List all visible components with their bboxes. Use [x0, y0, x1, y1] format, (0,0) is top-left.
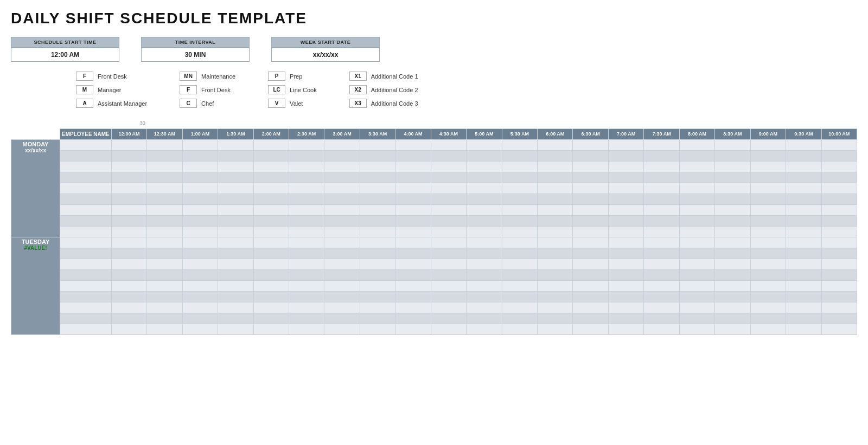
schedule-cell[interactable] [538, 259, 573, 269]
schedule-cell[interactable] [538, 237, 573, 248]
schedule-cell[interactable] [715, 215, 750, 226]
schedule-cell[interactable] [289, 139, 324, 150]
schedule-cell[interactable] [573, 313, 608, 324]
schedule-cell[interactable] [431, 150, 466, 161]
schedule-cell[interactable] [715, 183, 750, 194]
schedule-cell[interactable] [821, 291, 857, 302]
schedule-cell[interactable] [182, 183, 218, 194]
schedule-cell[interactable] [431, 172, 466, 183]
schedule-cell[interactable] [467, 215, 502, 226]
employee-name-cell[interactable] [60, 183, 112, 194]
schedule-cell[interactable] [502, 280, 537, 291]
schedule-cell[interactable] [715, 313, 750, 324]
employee-name-cell[interactable] [60, 237, 112, 248]
schedule-cell[interactable] [573, 269, 608, 280]
schedule-cell[interactable] [395, 172, 431, 183]
schedule-cell[interactable] [750, 172, 786, 183]
schedule-cell[interactable] [573, 194, 608, 204]
schedule-cell[interactable] [324, 172, 360, 183]
schedule-cell[interactable] [679, 280, 714, 291]
schedule-cell[interactable] [608, 248, 643, 259]
config-value-2[interactable]: xx/xx/xx [271, 48, 380, 62]
schedule-cell[interactable] [324, 204, 360, 215]
schedule-cell[interactable] [679, 269, 714, 280]
schedule-cell[interactable] [502, 291, 537, 302]
schedule-cell[interactable] [679, 324, 714, 334]
schedule-cell[interactable] [538, 204, 573, 215]
schedule-cell[interactable] [111, 215, 146, 226]
schedule-cell[interactable] [573, 226, 608, 237]
schedule-cell[interactable] [147, 172, 182, 183]
schedule-cell[interactable] [182, 172, 218, 183]
schedule-cell[interactable] [111, 269, 146, 280]
schedule-cell[interactable] [253, 302, 289, 313]
schedule-cell[interactable] [608, 269, 643, 280]
schedule-cell[interactable] [502, 324, 537, 334]
schedule-cell[interactable] [502, 215, 537, 226]
schedule-cell[interactable] [360, 172, 395, 183]
schedule-cell[interactable] [431, 248, 466, 259]
config-value-1[interactable]: 30 MIN [141, 48, 250, 62]
schedule-cell[interactable] [679, 302, 714, 313]
schedule-cell[interactable] [289, 215, 324, 226]
schedule-cell[interactable] [289, 194, 324, 204]
schedule-cell[interactable] [679, 291, 714, 302]
schedule-cell[interactable] [538, 226, 573, 237]
schedule-cell[interactable] [431, 194, 466, 204]
schedule-cell[interactable] [608, 215, 643, 226]
employee-name-cell[interactable] [60, 291, 112, 302]
schedule-cell[interactable] [324, 194, 360, 204]
schedule-cell[interactable] [502, 172, 537, 183]
schedule-cell[interactable] [431, 259, 466, 269]
employee-name-cell[interactable] [60, 161, 112, 172]
schedule-cell[interactable] [431, 237, 466, 248]
employee-name-cell[interactable] [60, 194, 112, 204]
schedule-cell[interactable] [395, 302, 431, 313]
schedule-cell[interactable] [324, 183, 360, 194]
schedule-cell[interactable] [360, 139, 395, 150]
schedule-cell[interactable] [218, 259, 253, 269]
schedule-cell[interactable] [821, 161, 857, 172]
schedule-cell[interactable] [147, 161, 182, 172]
schedule-cell[interactable] [467, 291, 502, 302]
schedule-cell[interactable] [253, 183, 289, 194]
schedule-cell[interactable] [750, 237, 786, 248]
schedule-cell[interactable] [715, 161, 750, 172]
schedule-cell[interactable] [111, 324, 146, 334]
schedule-cell[interactable] [182, 226, 218, 237]
schedule-cell[interactable] [679, 161, 714, 172]
schedule-cell[interactable] [467, 226, 502, 237]
schedule-cell[interactable] [324, 226, 360, 237]
schedule-cell[interactable] [502, 194, 537, 204]
schedule-cell[interactable] [395, 248, 431, 259]
schedule-cell[interactable] [218, 161, 253, 172]
schedule-cell[interactable] [644, 150, 679, 161]
schedule-cell[interactable] [786, 161, 821, 172]
schedule-cell[interactable] [253, 269, 289, 280]
schedule-cell[interactable] [360, 324, 395, 334]
employee-name-cell[interactable] [60, 150, 112, 161]
employee-name-cell[interactable] [60, 172, 112, 183]
schedule-cell[interactable] [750, 226, 786, 237]
schedule-cell[interactable] [289, 302, 324, 313]
schedule-cell[interactable] [182, 161, 218, 172]
schedule-cell[interactable] [644, 139, 679, 150]
schedule-cell[interactable] [750, 313, 786, 324]
schedule-cell[interactable] [111, 259, 146, 269]
schedule-cell[interactable] [821, 215, 857, 226]
schedule-cell[interactable] [360, 204, 395, 215]
schedule-cell[interactable] [289, 172, 324, 183]
schedule-cell[interactable] [147, 280, 182, 291]
schedule-cell[interactable] [111, 248, 146, 259]
schedule-cell[interactable] [608, 291, 643, 302]
schedule-cell[interactable] [253, 324, 289, 334]
schedule-cell[interactable] [538, 280, 573, 291]
schedule-cell[interactable] [182, 302, 218, 313]
schedule-cell[interactable] [467, 313, 502, 324]
schedule-cell[interactable] [360, 215, 395, 226]
schedule-cell[interactable] [253, 194, 289, 204]
schedule-cell[interactable] [573, 215, 608, 226]
schedule-cell[interactable] [679, 226, 714, 237]
schedule-cell[interactable] [467, 248, 502, 259]
schedule-cell[interactable] [289, 313, 324, 324]
